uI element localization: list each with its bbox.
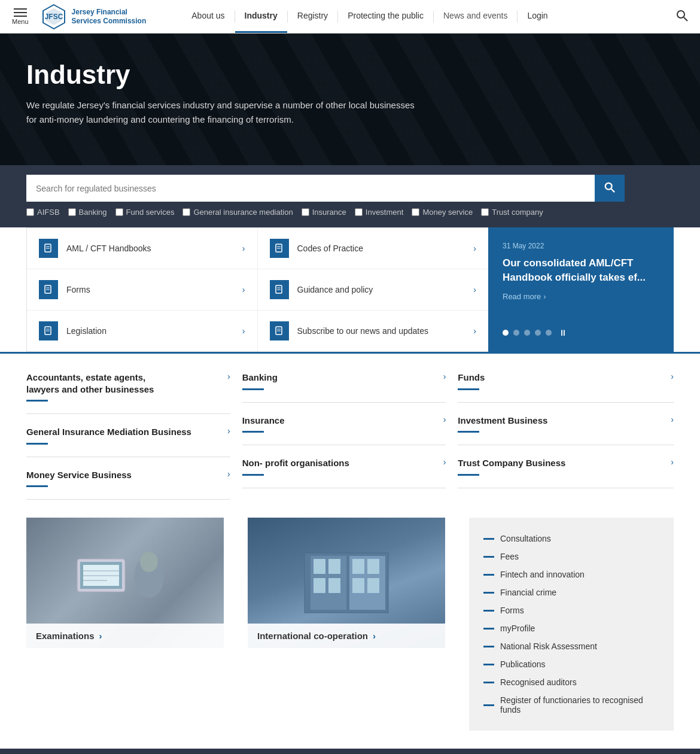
sector-trust-company[interactable]: Trust Company Business › xyxy=(458,445,674,488)
quick-link-legislation-arrow: › xyxy=(242,326,245,336)
logo[interactable]: JFSC Jersey Financial Services Commissio… xyxy=(41,4,147,30)
examinations-image xyxy=(59,541,191,625)
filter-trust-company[interactable]: Trust company xyxy=(481,208,543,217)
examinations-card[interactable]: Examinations › xyxy=(26,518,224,648)
nav-about-us[interactable]: About us xyxy=(182,0,234,33)
sector-money-service[interactable]: Money Service Business › xyxy=(26,457,230,500)
sidebar-link-myprofile[interactable]: myProfile xyxy=(483,619,659,637)
news-dot-3[interactable] xyxy=(524,330,530,336)
search-icon[interactable] xyxy=(676,10,688,23)
sector-banking-arrow: › xyxy=(443,372,446,381)
search-button[interactable] xyxy=(595,175,625,202)
sector-money-service-arrow: › xyxy=(227,469,230,479)
sidebar-link-consultations[interactable]: Consultations xyxy=(483,530,659,548)
nav-registry[interactable]: Registry xyxy=(288,0,337,33)
sidebar-dash xyxy=(483,704,494,706)
search-submit-icon xyxy=(604,182,615,193)
nav-login[interactable]: Login xyxy=(518,0,557,33)
sector-trust-company-name: Trust Company Business xyxy=(458,457,565,469)
sector-accountants-name: Accountants, estate agents, lawyers and … xyxy=(26,372,170,395)
sector-investment[interactable]: Investment Business › xyxy=(458,403,674,446)
quick-link-legislation[interactable]: Legislation › xyxy=(27,311,258,351)
filter-money-service[interactable]: Money service xyxy=(412,208,473,217)
sidebar-link-publications[interactable]: Publications xyxy=(483,655,659,673)
nav-industry[interactable]: Industry xyxy=(235,0,287,33)
sector-general-insurance[interactable]: General Insurance Mediation Business › xyxy=(26,414,230,457)
sidebar-link-fintech[interactable]: Fintech and innovation xyxy=(483,566,659,583)
svg-line-6 xyxy=(611,189,614,192)
menu-label: Menu xyxy=(12,18,29,25)
international-card[interactable]: International co-operation › xyxy=(248,518,445,648)
news-pause-button[interactable]: ⏸ xyxy=(559,328,567,338)
sidebar-link-register[interactable]: Register of functionaries to recognised … xyxy=(483,691,659,719)
quick-link-aml-arrow: › xyxy=(242,244,245,253)
quick-link-codes[interactable]: Codes of Practice › xyxy=(258,228,489,269)
sector-money-service-underline xyxy=(26,485,48,487)
nav-protecting-public[interactable]: Protecting the public xyxy=(338,0,433,33)
nav-news-events[interactable]: News and events xyxy=(434,0,517,33)
sidebar-dash xyxy=(483,574,494,576)
svg-point-32 xyxy=(140,552,158,572)
quick-link-subscribe[interactable]: Subscribe to our news and updates › xyxy=(258,311,489,351)
svg-point-3 xyxy=(677,11,684,18)
news-read-more[interactable]: Read more › xyxy=(503,292,659,301)
sector-insurance-arrow: › xyxy=(443,415,446,424)
news-dot-2[interactable] xyxy=(513,330,519,336)
sector-insurance[interactable]: Insurance › xyxy=(242,403,446,446)
quick-link-guidance[interactable]: Guidance and policy › xyxy=(258,269,489,311)
sector-accountants-arrow: › xyxy=(227,372,230,381)
sector-investment-name: Investment Business xyxy=(458,415,547,427)
sidebar-link-forms[interactable]: Forms xyxy=(483,601,659,619)
sidebar-links-panel: Consultations Fees Fintech and innovatio… xyxy=(469,518,674,731)
sidebar-link-financial-crime[interactable]: Financial crime xyxy=(483,583,659,601)
sector-non-profit-underline xyxy=(242,474,264,476)
svg-rect-39 xyxy=(367,559,379,574)
examinations-arrow: › xyxy=(99,631,102,641)
sector-banking-name: Banking xyxy=(242,372,278,384)
filter-fund-services[interactable]: Fund services xyxy=(115,208,175,217)
menu-icon xyxy=(14,12,27,13)
svg-rect-41 xyxy=(328,578,340,593)
news-dot-1[interactable] xyxy=(503,330,509,336)
news-date: 31 May 2022 xyxy=(503,242,659,250)
filter-banking[interactable]: Banking xyxy=(68,208,107,217)
sector-funds[interactable]: Funds › xyxy=(458,360,674,403)
quick-link-aml[interactable]: AML / CFT Handbooks › xyxy=(27,228,258,269)
news-dot-4[interactable] xyxy=(535,330,541,336)
quick-link-forms[interactable]: Forms › xyxy=(27,269,258,311)
sector-general-insurance-name: General Insurance Mediation Business xyxy=(26,426,191,438)
sidebar-link-recognised-auditors[interactable]: Recognised auditors xyxy=(483,673,659,691)
filter-general-insurance[interactable]: General insurance mediation xyxy=(182,208,293,217)
logo-text-line2: Services Commission xyxy=(72,17,147,25)
sidebar-dash xyxy=(483,538,494,540)
sector-insurance-name: Insurance xyxy=(242,415,285,427)
menu-button[interactable]: Menu xyxy=(12,8,29,25)
search-input[interactable] xyxy=(26,175,595,202)
sector-banking-underline xyxy=(242,388,264,390)
logo-text-line1: Jersey Financial xyxy=(72,8,147,16)
sector-accountants[interactable]: Accountants, estate agents, lawyers and … xyxy=(26,360,230,414)
news-panel: 31 May 2022 Our consolidated AML/CFT Han… xyxy=(488,227,674,352)
menu-icon xyxy=(14,16,27,17)
quick-link-aml-label: AML / CFT Handbooks xyxy=(66,244,234,253)
sector-banking[interactable]: Banking › xyxy=(242,360,446,403)
filter-insurance[interactable]: Insurance xyxy=(302,208,346,217)
quick-link-codes-icon xyxy=(270,239,289,258)
sidebar-dash xyxy=(483,646,494,647)
sector-non-profit-arrow: › xyxy=(443,457,446,467)
sector-trust-company-arrow: › xyxy=(671,457,674,467)
filter-investment[interactable]: Investment xyxy=(355,208,404,217)
quick-link-legislation-label: Legislation xyxy=(66,326,234,336)
filter-aifsb[interactable]: AIFSB xyxy=(26,208,60,217)
svg-rect-38 xyxy=(352,559,364,574)
sidebar-link-fees[interactable]: Fees xyxy=(483,548,659,566)
sector-non-profit[interactable]: Non- profit organisations › xyxy=(242,445,446,488)
sidebar-dash xyxy=(483,592,494,594)
svg-rect-36 xyxy=(314,559,325,574)
news-dot-5[interactable] xyxy=(546,330,552,336)
svg-point-5 xyxy=(605,183,612,190)
hero-description: We regulate Jersey's financial services … xyxy=(26,98,421,127)
news-title: Our consolidated AML/CFT Handbook offici… xyxy=(503,256,659,285)
quick-link-guidance-arrow: › xyxy=(473,285,476,294)
sidebar-link-national-risk[interactable]: National Risk Assessment xyxy=(483,637,659,655)
